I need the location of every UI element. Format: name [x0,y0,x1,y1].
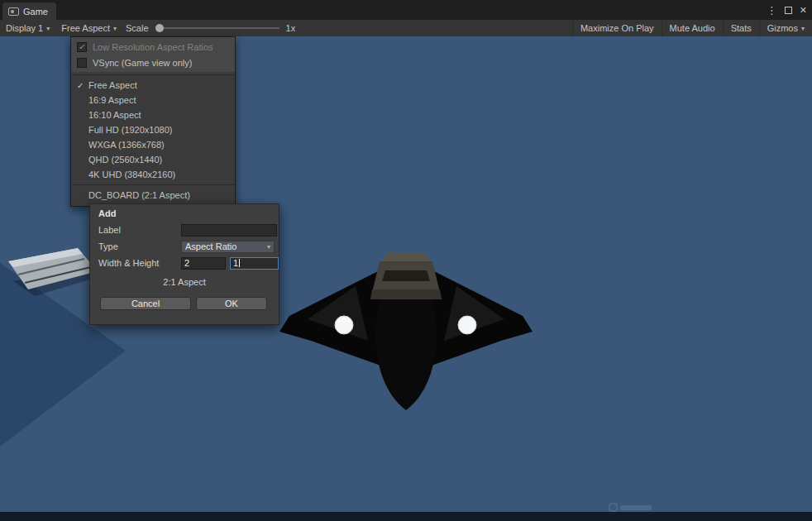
chevron-down-icon: ▾ [113,25,117,32]
text-caret [239,259,240,267]
aspect-ratio-menu: ✓ Low Resolution Aspect Ratios VSync (Ga… [70,36,236,207]
aspect-preview-label: 2:1 Aspect [90,277,279,290]
scale-value: 1x [283,23,299,33]
menu-item-vsync[interactable]: VSync (Game view only) [71,55,235,70]
menu-item-full-hd[interactable]: Full HD (1920x1080) [71,122,235,137]
menu-item-16-9-aspect[interactable]: 16:9 Aspect [71,93,235,108]
menu-item-free-aspect[interactable]: ✓ Free Aspect [71,78,235,93]
game-view-icon [8,7,19,16]
tab-label: Game [23,7,48,17]
display-dropdown[interactable]: Display 1 ▾ [0,20,55,36]
chevron-down-icon: ▾ [267,243,270,251]
menu-separator [72,74,234,75]
chevron-down-icon: ▾ [46,25,50,32]
engine-glow-left [335,316,353,334]
slider-track [155,27,279,29]
engine-glow-right [458,316,476,334]
game-view-toolbar: Display 1 ▾ Free Aspect ▾ Scale 1x Maxim… [0,20,812,36]
ship-fuselage [375,298,437,410]
dialog-title: Add [90,204,279,222]
scale-slider[interactable] [155,20,279,36]
check-icon: ✓ [77,81,88,90]
mute-audio-button[interactable]: Mute Audio [662,20,723,36]
close-icon[interactable]: ✕ [800,5,807,16]
add-aspect-dialog: Add Label Type Aspect Ratio ▾ Width & He… [89,203,279,325]
tab-game[interactable]: Game [2,2,56,20]
stats-button[interactable]: Stats [723,20,759,36]
aspect-dropdown[interactable]: Free Aspect ▾ [55,20,122,36]
height-input[interactable]: 1 [230,257,279,270]
label-field-label: Label [98,225,181,235]
gizmos-dropdown[interactable]: Gizmos ▾ [759,20,812,36]
type-field-label: Type [98,241,181,251]
menu-item-low-resolution-aspect-ratios[interactable]: ✓ Low Resolution Aspect Ratios [71,39,235,55]
menu-item-16-10-aspect[interactable]: 16:10 Aspect [71,108,235,122]
scene-bottom-band [0,512,812,521]
kebab-menu-icon[interactable]: ⋮ [767,4,777,17]
ship-windshield [382,270,430,281]
label-input[interactable] [181,224,277,237]
menu-item-dc-board[interactable]: DC_BOARD (2:1 Aspect) [71,188,235,203]
chevron-down-icon: ▾ [801,25,805,32]
menu-item-4k-uhd[interactable]: 4K UHD (3840x2160) [71,167,235,182]
menu-separator [72,184,234,185]
ship-hull-stripe [370,289,442,299]
maximize-on-play-button[interactable]: Maximize On Play [572,20,662,36]
menu-item-wxga[interactable]: WXGA (1366x768) [71,137,235,152]
hud-overlay-bar [620,505,652,510]
type-dropdown[interactable]: Aspect Ratio ▾ [181,241,275,253]
menu-item-qhd[interactable]: QHD (2560x1440) [71,152,235,167]
width-input[interactable]: 2 [181,257,226,270]
hud-overlay-icon [609,504,617,511]
window-tab-strip: Game ⋮ ✕ [0,0,812,20]
checkbox-checked-icon: ✓ [77,42,87,52]
checkbox-unchecked-icon [77,58,87,68]
width-height-label: Width & Height [98,258,181,268]
ship-nose [382,253,430,262]
ok-button[interactable]: OK [196,297,267,310]
slider-knob[interactable] [155,24,164,32]
scale-label: Scale [122,23,152,33]
maximize-icon[interactable] [785,7,792,14]
cancel-button[interactable]: Cancel [100,297,191,310]
